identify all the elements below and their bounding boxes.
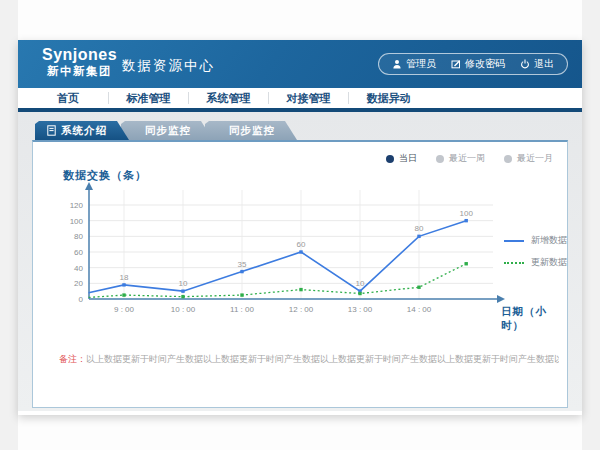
line-chart: 0204060801001209 : 0010 : 0011 : 0012 : … [33, 180, 567, 320]
svg-text:60: 60 [74, 248, 83, 257]
tab-同步监控-2[interactable]: 同步监控 [205, 121, 297, 140]
svg-text:10 : 00: 10 : 00 [171, 305, 196, 314]
svg-text:35: 35 [238, 260, 247, 269]
svg-text:14 : 00: 14 : 00 [407, 305, 432, 314]
legend-line-icon [504, 262, 524, 264]
radio-dot-icon [436, 155, 444, 163]
svg-text:0: 0 [79, 295, 84, 304]
radio-label: 最近一周 [449, 152, 485, 165]
user-bar-edit[interactable]: 修改密码 [451, 57, 505, 71]
legend-line-icon [504, 240, 524, 242]
app-title: 数据资源中心 [122, 57, 215, 75]
svg-text:12 : 00: 12 : 00 [289, 305, 314, 314]
nav-item-首页[interactable]: 首页 [28, 92, 108, 104]
user-bar-label: 管理员 [406, 57, 436, 71]
power-icon [520, 59, 530, 69]
radio-dot-icon [504, 155, 512, 163]
svg-text:100: 100 [70, 217, 84, 226]
svg-text:18: 18 [120, 273, 129, 282]
svg-text:10: 10 [356, 279, 365, 288]
svg-text:13 : 00: 13 : 00 [348, 305, 373, 314]
content-area: 系统介绍同步监控同步监控 当日最近一周最近一月 数据交换（条） 02040608… [18, 112, 582, 411]
tab-bar: 系统介绍同步监控同步监控 [35, 121, 582, 140]
nav-item-标准管理[interactable]: 标准管理 [108, 92, 188, 104]
radio-当日[interactable]: 当日 [386, 152, 417, 165]
legend-label: 新增数据 [531, 234, 567, 247]
svg-text:100: 100 [460, 209, 474, 218]
nav-item-系统管理[interactable]: 系统管理 [188, 92, 268, 104]
legend-item-更新数据: 更新数据 [504, 256, 567, 269]
radio-dot-icon [386, 155, 394, 163]
svg-text:10: 10 [179, 279, 188, 288]
time-range-filter: 当日最近一周最近一月 [386, 152, 553, 165]
user-bar-power[interactable]: 退出 [520, 57, 554, 71]
tab-label: 系统介绍 [61, 124, 107, 138]
user-icon [392, 59, 402, 69]
footnote: 备注：以上数据更新于时间产生数据以上数据更新于时间产生数据以上数据更新于时间产生… [59, 353, 559, 366]
radio-最近一月[interactable]: 最近一月 [504, 152, 553, 165]
legend-label: 更新数据 [531, 256, 567, 269]
svg-text:11 : 00: 11 : 00 [230, 305, 254, 314]
tab-label: 同步监控 [145, 124, 191, 138]
nav-item-数据异动[interactable]: 数据异动 [348, 92, 428, 104]
page-left-margin [0, 0, 18, 450]
svg-text:120: 120 [70, 201, 84, 210]
x-axis-title: 日期（小时） [501, 305, 567, 333]
user-bar: 管理员修改密码退出 [378, 53, 568, 75]
company-logo: Synjones 新中新集团 [42, 46, 117, 78]
footnote-text: 以上数据更新于时间产生数据以上数据更新于时间产生数据以上数据更新于时间产生数据以… [86, 354, 559, 364]
user-bar-label: 修改密码 [465, 57, 505, 71]
edit-icon [451, 59, 461, 69]
svg-text:80: 80 [415, 224, 424, 233]
tab-label: 同步监控 [229, 124, 275, 138]
chart-legend: 新增数据更新数据 [504, 234, 567, 269]
user-bar-user[interactable]: 管理员 [392, 57, 436, 71]
document-icon [47, 125, 56, 136]
radio-最近一周[interactable]: 最近一周 [436, 152, 485, 165]
logo-subtext: 新中新集团 [42, 64, 117, 78]
radio-label: 最近一月 [517, 152, 553, 165]
svg-text:9 : 00: 9 : 00 [114, 305, 135, 314]
nav-item-对接管理[interactable]: 对接管理 [268, 92, 348, 104]
user-bar-label: 退出 [534, 57, 554, 71]
legend-item-新增数据: 新增数据 [504, 234, 567, 247]
app-window: Synjones 新中新集团 数据资源中心 管理员修改密码退出 首页标准管理系统… [18, 40, 582, 415]
app-header: Synjones 新中新集团 数据资源中心 管理员修改密码退出 [18, 40, 582, 88]
tab-同步监控-1[interactable]: 同步监控 [121, 121, 213, 140]
page-right-margin [582, 0, 600, 450]
svg-text:20: 20 [74, 279, 83, 288]
main-nav: 首页标准管理系统管理对接管理数据异动 [18, 88, 582, 112]
svg-text:60: 60 [297, 240, 306, 249]
svg-text:40: 40 [74, 264, 83, 273]
svg-text:80: 80 [74, 232, 83, 241]
footnote-label: 备注： [59, 354, 86, 364]
tab-系统介绍-0[interactable]: 系统介绍 [35, 121, 129, 140]
radio-label: 当日 [399, 152, 417, 165]
content-panel: 当日最近一周最近一月 数据交换（条） 0204060801001209 : 00… [32, 140, 568, 408]
logo-text: Synjones [42, 46, 117, 64]
